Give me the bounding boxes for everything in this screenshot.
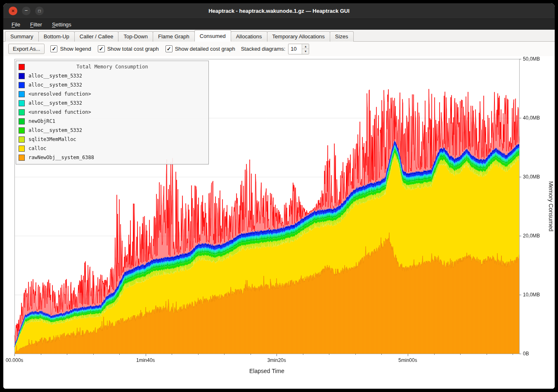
legend-label: alloc__system_5332	[28, 82, 82, 88]
legend-label: newObjRC1	[28, 118, 55, 124]
menu-filter[interactable]: Filter	[25, 19, 47, 30]
window-title: Heaptrack - heaptrack.wakunode.1.gz — He…	[3, 8, 555, 14]
tab-consumed[interactable]: Consumed	[194, 30, 231, 42]
checkbox-show-total-cost-graph[interactable]: ✓Show total cost graph	[98, 45, 159, 52]
legend-item: sqlite3MemMalloc	[16, 135, 208, 144]
tab-summary[interactable]: Summary	[5, 31, 39, 42]
titlebar: Heaptrack - heaptrack.wakunode.1.gz — He…	[3, 3, 555, 19]
checkbox-box[interactable]: ✓	[166, 45, 173, 52]
legend-item: alloc__system_5332	[16, 99, 208, 108]
legend-item: <unresolved function>	[16, 89, 208, 99]
tab-bottom-up[interactable]: Bottom-Up	[38, 31, 75, 42]
toolbar-checkboxes: ✓Show legend✓Show total cost graph✓Show …	[50, 45, 235, 52]
checkbox-label: Show detailed cost graph	[175, 46, 235, 52]
desktop-backdrop: { "window": { "title": "Heaptrack - heap…	[0, 0, 558, 392]
legend-label: alloc__system_5332	[28, 73, 82, 79]
legend-title: Total Memory Consumption	[76, 64, 148, 70]
stacked-diagrams-label: Stacked diagrams:	[241, 46, 286, 52]
legend-item: <unresolved function>	[16, 108, 208, 117]
legend-item: newObjRC1	[16, 117, 208, 126]
export-as-button[interactable]: Export As...	[8, 44, 45, 54]
window-controls	[9, 7, 44, 15]
legend-swatch	[19, 73, 25, 79]
legend-item: alloc__system_5332	[16, 71, 208, 80]
tab-temporary-allocations[interactable]: Temporary Allocations	[267, 31, 330, 42]
legend-swatch	[19, 82, 25, 88]
legend-swatch	[19, 100, 25, 106]
checkbox-label: Show legend	[60, 46, 91, 52]
checkbox-box[interactable]: ✓	[50, 45, 57, 52]
checkbox-show-detailed-cost-graph[interactable]: ✓Show detailed cost graph	[166, 45, 235, 52]
legend-swatch	[19, 146, 25, 152]
close-button[interactable]	[9, 7, 17, 15]
legend-swatch	[19, 91, 25, 97]
stacked-diagrams-control: Stacked diagrams: 10 ▲ ▼	[241, 44, 310, 54]
menu-settings[interactable]: Settings	[47, 19, 76, 30]
stacked-diagrams-value[interactable]: 10	[288, 44, 302, 54]
legend-item: rawNewObj__system_6388	[16, 153, 208, 162]
tab-top-down[interactable]: Top-Down	[118, 31, 153, 42]
tab-allocations[interactable]: Allocations	[231, 31, 267, 42]
legend-item: calloc	[16, 144, 208, 153]
legend-items: alloc__system_5332alloc__system_5332<unr…	[16, 71, 208, 162]
legend-label: <unresolved function>	[28, 91, 91, 97]
menu-file[interactable]: File	[7, 19, 25, 30]
tab-caller-callee[interactable]: Caller / Callee	[74, 31, 119, 42]
legend-item: alloc__system_5332	[16, 126, 208, 135]
app-window: Heaptrack - heaptrack.wakunode.1.gz — He…	[3, 3, 555, 389]
legend-label: sqlite3MemMalloc	[28, 136, 76, 142]
maximize-button[interactable]	[35, 7, 44, 15]
legend-label: rawNewObj__system_6388	[28, 155, 94, 160]
legend-swatch	[19, 118, 25, 124]
legend-title-row: Total Memory Consumption	[16, 62, 208, 71]
legend-swatch	[19, 155, 25, 161]
chart-legend: Total Memory Consumption alloc__system_5…	[16, 61, 209, 164]
legend-swatch	[19, 127, 25, 134]
legend-item: alloc__system_5332	[16, 80, 208, 89]
checkbox-label: Show total cost graph	[107, 46, 159, 52]
legend-swatch	[19, 109, 25, 115]
checkbox-box[interactable]: ✓	[98, 45, 105, 52]
checkbox-show-legend[interactable]: ✓Show legend	[50, 45, 91, 52]
tab-bar: SummaryBottom-UpCaller / CalleeTop-DownF…	[3, 30, 555, 42]
tab-sizes[interactable]: Sizes	[330, 31, 354, 42]
legend-swatch	[19, 136, 25, 143]
legend-label: calloc	[28, 146, 46, 151]
legend-label: <unresolved function>	[28, 109, 91, 115]
legend-label: alloc__system_5332	[28, 127, 82, 133]
toolbar: Export As... ✓Show legend✓Show total cos…	[3, 42, 555, 56]
legend-label: alloc__system_5332	[28, 100, 82, 106]
chart-region: Total Memory Consumption alloc__system_5…	[3, 56, 555, 389]
spin-down-button[interactable]: ▼	[302, 49, 309, 54]
tab-flame-graph[interactable]: Flame Graph	[153, 31, 195, 42]
spin-arrows: ▲ ▼	[302, 44, 309, 54]
stacked-diagrams-spinbox[interactable]: 10 ▲ ▼	[288, 44, 309, 54]
minimize-button[interactable]	[22, 7, 31, 15]
menu-bar: FileFilterSettings	[3, 19, 555, 30]
legend-total-swatch	[19, 64, 25, 70]
spin-up-button[interactable]: ▲	[302, 44, 309, 49]
